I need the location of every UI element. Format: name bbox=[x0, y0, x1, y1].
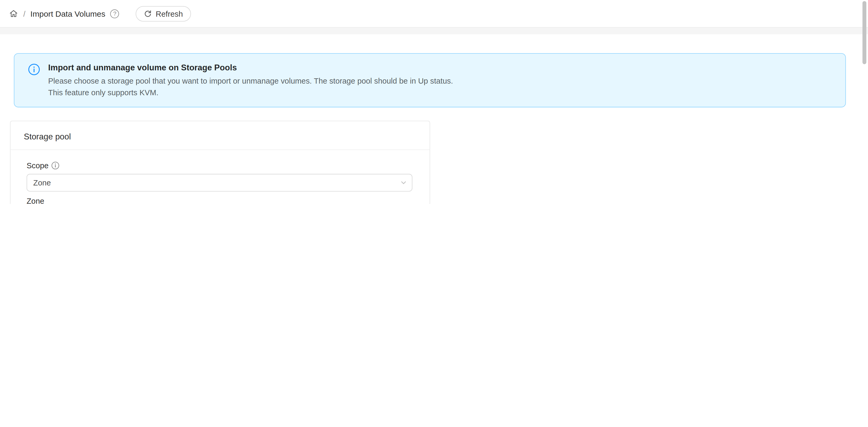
breadcrumb-bar: / Import Data Volumes ? Refresh bbox=[0, 0, 868, 27]
storage-pool-card: Storage pool Scope Zone bbox=[10, 121, 430, 204]
breadcrumb-current: Import Data Volumes bbox=[30, 9, 105, 18]
refresh-label: Refresh bbox=[156, 9, 183, 18]
alert-line-1: Please choose a storage pool that you wa… bbox=[48, 75, 453, 87]
help-icon[interactable]: ? bbox=[110, 9, 119, 18]
home-icon[interactable] bbox=[9, 9, 18, 18]
info-alert: Import and unmanage volume on Storage Po… bbox=[14, 53, 846, 108]
breadcrumb-separator: / bbox=[23, 9, 25, 18]
storage-pool-card-title: Storage pool bbox=[24, 132, 71, 141]
scope-select[interactable]: Zone bbox=[27, 174, 412, 191]
scope-field: Scope Zone bbox=[27, 161, 412, 191]
storage-pool-card-header: Storage pool bbox=[10, 121, 430, 150]
refresh-button[interactable]: Refresh bbox=[136, 6, 191, 22]
page: / Import Data Volumes ? Refresh Import a… bbox=[0, 0, 868, 204]
scope-select-value: Zone bbox=[33, 178, 51, 187]
alert-line-2: This feature only supports KVM. bbox=[48, 87, 453, 99]
zone-field: Zone ref-trl-6341-k-Mr8-wei-zhou bbox=[27, 196, 412, 204]
storage-pool-form: Scope Zone Zone bbox=[10, 150, 430, 204]
scope-info-icon[interactable] bbox=[51, 162, 59, 169]
scrollbar-thumb[interactable] bbox=[863, 1, 866, 64]
chevron-down-icon bbox=[400, 179, 407, 186]
zone-label: Zone bbox=[27, 196, 44, 204]
scope-label: Scope bbox=[27, 161, 49, 170]
main-content: Import and unmanage volume on Storage Po… bbox=[0, 34, 868, 204]
reload-icon bbox=[144, 10, 152, 18]
alert-title: Import and unmanage volume on Storage Po… bbox=[48, 62, 453, 72]
info-circle-icon bbox=[28, 64, 40, 77]
